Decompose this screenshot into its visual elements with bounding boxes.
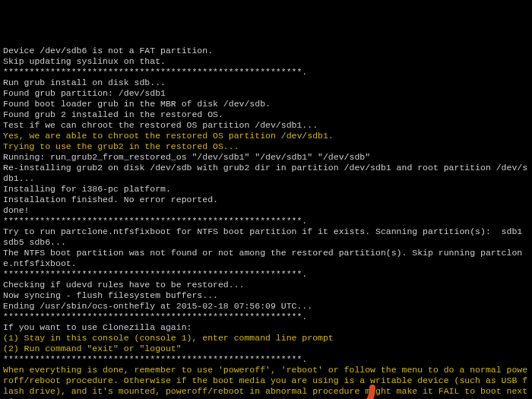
terminal-line: The NTFS boot partition was not found or… xyxy=(3,248,529,269)
terminal-line: done! xyxy=(3,205,529,216)
terminal-line: ****************************************… xyxy=(3,269,529,280)
terminal-line: Ending /usr/sbin/ocs-onthefly at 2015-02… xyxy=(3,301,529,312)
terminal-line: Run grub install on disk sdb... xyxy=(3,78,529,88)
terminal-line: Found grub 2 installed in the restored O… xyxy=(3,109,529,120)
terminal-line: ****************************************… xyxy=(3,216,529,226)
terminal-line: Checking if udevd rules have to be resto… xyxy=(3,280,529,290)
terminal-line: Found boot loader grub in the MBR of dis… xyxy=(3,99,529,109)
terminal-line: (1) Stay in this console (console 1), en… xyxy=(3,333,529,344)
terminal-line: Installing for i386-pc platform. xyxy=(3,184,529,195)
terminal-line: Test if we can chroot the restored OS pa… xyxy=(3,120,529,131)
terminal-line: Running: run_grub2_from_restored_os "/de… xyxy=(3,152,529,163)
terminal-line: Re-installing grub2 on disk /dev/sdb wit… xyxy=(3,163,529,184)
terminal-line: (2) Run command "exit" or "logout" xyxy=(3,344,529,354)
terminal-line: Skip updating syslinux on that. xyxy=(3,56,529,67)
terminal-line: ****************************************… xyxy=(3,312,529,322)
terminal-line: Device /dev/sdb6 is not a FAT partition. xyxy=(3,46,529,56)
terminal-line: Found grub partition: /dev/sdb1 xyxy=(3,88,529,99)
terminal-output[interactable]: Device /dev/sdb6 is not a FAT partition.… xyxy=(3,46,529,399)
terminal-line: If you want to use Clonezilla again: xyxy=(3,322,529,333)
terminal-line: Trying to use the grub2 in the restored … xyxy=(3,141,529,152)
terminal-line: ****************************************… xyxy=(3,67,529,78)
terminal-line: Installation finished. No error reported… xyxy=(3,195,529,205)
terminal-line: Now syncing - flush filesystem buffers..… xyxy=(3,290,529,301)
terminal-line: ****************************************… xyxy=(3,354,529,365)
terminal-line: Yes, we are able to chroot the restored … xyxy=(3,131,529,141)
terminal-line: When everything is done, remember to use… xyxy=(3,365,529,399)
terminal-line: Try to run partclone.ntfsfixboot for NTF… xyxy=(3,226,529,248)
